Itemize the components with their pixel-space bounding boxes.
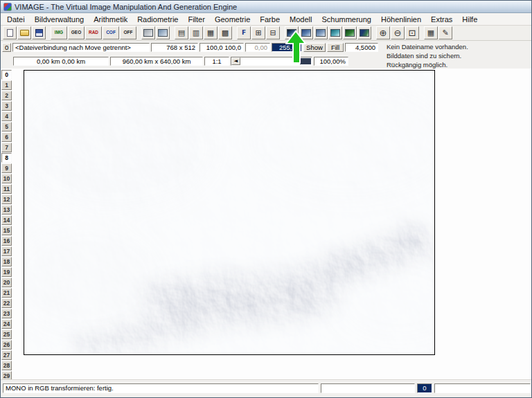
preview-gray-button[interactable]	[141, 26, 155, 39]
toolbar-separator[interactable]	[233, 26, 236, 39]
vimage-app-icon	[3, 3, 12, 11]
edit-table-button[interactable]: ✎	[438, 26, 452, 39]
current-slot-indicator[interactable]: 0	[2, 43, 11, 52]
image-slot-button[interactable]: 9	[1, 163, 12, 173]
image-slot-button[interactable]: 11	[1, 184, 12, 194]
menu-filter[interactable]: Filter	[183, 15, 209, 24]
menu-farbe[interactable]: Farbe	[255, 15, 285, 24]
toolbar-button-icon: ▩	[222, 29, 229, 37]
image-slot-button[interactable]: 8	[1, 153, 12, 163]
image-slot-button[interactable]: 0	[1, 70, 12, 80]
file-status-text: Kein Dateiname vorhanden.	[387, 43, 468, 51]
fill-button[interactable]: Fill	[327, 43, 344, 52]
zoom-in-button[interactable]: ⊕	[376, 26, 390, 39]
toolbar-button-icon: ⊞	[255, 29, 261, 37]
image-slot-button[interactable]: 4	[1, 111, 12, 121]
toolbar-separator[interactable]	[372, 26, 375, 39]
toolbar: IMG GEO RAD COF OFF ▤ ▥	[1, 26, 531, 41]
image-slot-button[interactable]: 3	[1, 101, 12, 111]
image-slot-button[interactable]: 5	[1, 122, 12, 132]
toolbar-button-icon	[143, 29, 153, 37]
image-slot-button[interactable]: 6	[1, 132, 12, 142]
value-table-button[interactable]: ▦	[424, 26, 438, 39]
image-slot-button[interactable]: 28	[1, 361, 12, 370]
toolbar-separator[interactable]	[46, 26, 50, 39]
image-slot-button[interactable]: 26	[1, 340, 12, 350]
menu-hoehenlinien[interactable]: Höhenlinien	[376, 15, 426, 24]
image-slot-button[interactable]: 17	[1, 246, 12, 256]
factor-value-field[interactable]: 4,5000	[345, 43, 378, 52]
image-slot-button[interactable]: 15	[1, 226, 12, 235]
zoom-window-button[interactable]: ⊡	[405, 26, 419, 39]
img-info-button[interactable]: IMG	[51, 26, 67, 39]
grid-remove-button[interactable]: ⊟	[266, 26, 280, 39]
image-slot-button[interactable]: 1	[1, 80, 12, 90]
menu-datei[interactable]: Datei	[2, 15, 30, 24]
toolbar-separator[interactable]	[137, 26, 141, 39]
preview-blue-button[interactable]	[156, 26, 170, 39]
statusbar: MONO in RGB transformieren: fertig. 0	[1, 379, 531, 397]
image-slot-button[interactable]: 10	[1, 174, 12, 183]
menu-bildverwaltung[interactable]: Bildverwaltung	[30, 15, 89, 24]
menu-geometrie[interactable]: Geometrie	[210, 15, 255, 24]
save-image-button[interactable]	[32, 26, 46, 39]
min-value-field[interactable]: 0,00	[245, 43, 270, 52]
menu-arithmetik[interactable]: Arithmetik	[89, 15, 132, 24]
relief-steel-button[interactable]	[314, 26, 328, 39]
interlace-horizontal-button[interactable]: ▤	[175, 26, 188, 39]
image-slot-button[interactable]: 14	[1, 215, 12, 225]
toolbar-button-icon	[158, 29, 168, 37]
relief-teal-button[interactable]	[328, 26, 342, 39]
image-display-area[interactable]	[24, 70, 435, 355]
image-slot-button[interactable]: 19	[1, 267, 12, 277]
menu-radiometrie[interactable]: Radiometrie	[132, 15, 183, 24]
workspace: 0123456789101112131415161718192021222324…	[1, 69, 531, 379]
image-slot-button[interactable]: 2	[1, 91, 12, 100]
off-toggle-button[interactable]: OFF	[120, 26, 136, 39]
toolbar-button-icon: ▦	[207, 29, 214, 37]
image-slot-button[interactable]: 7	[1, 143, 12, 152]
info-panel: 0 <Dateiverbindung nach Move getrennt> 7…	[1, 41, 531, 69]
interlace-vertical-button[interactable]: ▥	[189, 26, 203, 39]
menu-hilfe[interactable]: Hilfe	[457, 15, 482, 24]
menu-schummerung[interactable]: Schummerung	[317, 15, 376, 24]
show-button[interactable]: Show	[303, 43, 326, 52]
image-slot-button[interactable]: 23	[1, 309, 12, 318]
image-slot-button[interactable]: 16	[1, 236, 12, 246]
toolbar-button-icon	[7, 29, 13, 37]
image-slot-button[interactable]: 18	[1, 257, 12, 266]
grid-add-button[interactable]: ⊞	[251, 26, 265, 39]
toolbar-separator[interactable]	[420, 26, 423, 39]
image-slot-button[interactable]: 25	[1, 329, 12, 339]
image-slot-button[interactable]: 22	[1, 298, 12, 308]
menu-modell[interactable]: Modell	[285, 15, 317, 24]
matrix-pattern-button[interactable]: ▩	[218, 26, 232, 39]
toolbar-separator[interactable]	[281, 26, 284, 39]
cof-info-button[interactable]: COF	[103, 26, 119, 39]
link-status-field: <Dateiverbindung nach Move getrennt>	[12, 43, 150, 52]
interlace-cross-button[interactable]: ▦	[204, 26, 218, 39]
toolbar-button-icon	[316, 29, 326, 37]
image-slot-button[interactable]: 24	[1, 319, 12, 329]
menu-extras[interactable]: Extras	[426, 15, 457, 24]
image-slot-button[interactable]: 13	[1, 205, 12, 215]
window-title: VIMAGE - The Virtual Image Manipulation …	[15, 3, 237, 11]
new-image-button[interactable]	[3, 26, 17, 39]
rad-info-button[interactable]: RAD	[85, 26, 102, 39]
zoom-out-button[interactable]: ⊖	[391, 26, 405, 39]
function-table-button[interactable]: F	[237, 26, 251, 39]
relief-green-button[interactable]	[343, 26, 357, 39]
image-slot-button[interactable]: 21	[1, 288, 12, 298]
slider-left-arrow-icon[interactable]: ◄	[231, 57, 240, 65]
open-image-button[interactable]	[17, 26, 31, 39]
geo-info-button[interactable]: GEO	[68, 26, 85, 39]
toolbar-separator[interactable]	[170, 26, 174, 39]
image-slot-button[interactable]: 12	[1, 195, 12, 204]
relief-mixed-button[interactable]	[357, 26, 371, 39]
image-slot-button[interactable]: 27	[1, 350, 12, 360]
image-slot-button[interactable]: 20	[1, 278, 12, 287]
status-message-field: MONO in RGB transformieren: fertig.	[3, 383, 319, 393]
map-extent-field: 960,00 km x 640,00 km	[110, 57, 203, 66]
toolbar-button-icon: ⊕	[380, 28, 387, 37]
toolbar-button-label: IMG	[55, 30, 63, 35]
